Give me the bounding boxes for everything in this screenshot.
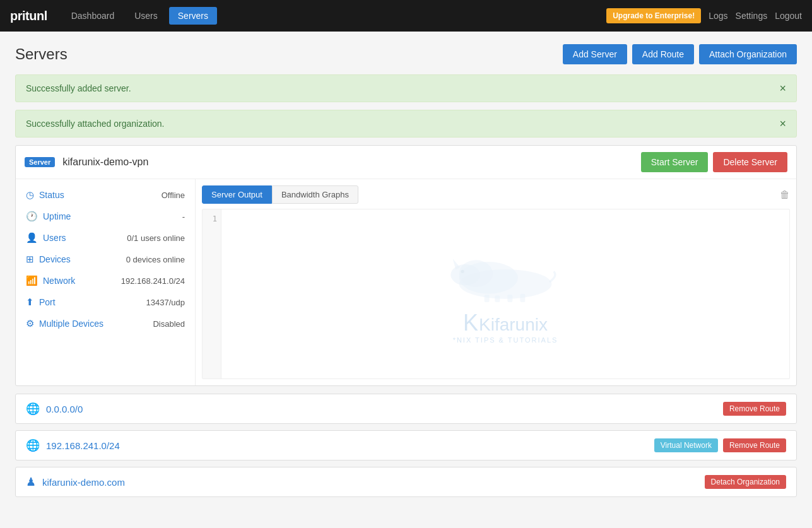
- svg-point-5: [461, 270, 464, 273]
- multiple-devices-label-text: Multiple Devices: [39, 319, 103, 329]
- route-actions-0: Remove Route: [723, 402, 786, 416]
- status-label: ◷ Status: [26, 189, 64, 201]
- alert-org-attached: Successfully attached organization. ×: [15, 110, 797, 138]
- svg-rect-8: [507, 295, 512, 302]
- server-header: Server kifarunix-demo-vpn Start Server D…: [16, 146, 796, 179]
- remove-route-button-1[interactable]: Remove Route: [723, 438, 786, 452]
- detach-org-button[interactable]: Detach Organization: [705, 475, 786, 489]
- uptime-value: -: [182, 212, 185, 221]
- org-actions: Detach Organization: [705, 475, 786, 489]
- logs-link[interactable]: Logs: [709, 11, 727, 21]
- sidebar-row-devices: ⊞ Devices 0 devices online: [16, 249, 195, 270]
- upgrade-button[interactable]: Upgrade to Enterprise!: [606, 8, 701, 23]
- header-actions: Add Server Add Route Attach Organization: [563, 44, 797, 64]
- alert-server-added-text: Successfully added server.: [26, 83, 131, 93]
- settings-link[interactable]: Settings: [736, 11, 768, 21]
- route-network-1: 🌐 192.168.241.0/24: [26, 438, 120, 452]
- virtual-network-button[interactable]: Virtual Network: [654, 438, 718, 452]
- uptime-label: 🕐 Uptime: [26, 211, 71, 222]
- multiple-devices-icon: ⚙: [26, 318, 34, 329]
- multiple-devices-label: ⚙ Multiple Devices: [26, 318, 103, 329]
- navbar: pritunl Dashboard Users Servers Upgrade …: [0, 0, 812, 32]
- delete-server-button[interactable]: Delete Server: [713, 152, 787, 172]
- port-icon: ⬆: [26, 296, 34, 308]
- sidebar-row-status: ◷ Status Offline: [16, 184, 195, 206]
- route-row-0: 🌐 0.0.0.0/0 Remove Route: [15, 394, 797, 424]
- navbar-right: Upgrade to Enterprise! Logs Settings Log…: [606, 8, 802, 23]
- nav-servers[interactable]: Servers: [169, 7, 217, 25]
- add-route-button[interactable]: Add Route: [632, 44, 694, 64]
- users-label-text: Users: [43, 233, 66, 243]
- nav-users[interactable]: Users: [126, 7, 167, 25]
- route-network-text-1: 192.168.241.0/24: [46, 440, 120, 451]
- server-header-actions: Start Server Delete Server: [641, 152, 787, 172]
- devices-label-text: Devices: [39, 254, 71, 264]
- watermark: K Kifarunix *NIX TIPS & TUTORIALS: [442, 244, 568, 344]
- svg-point-3: [450, 264, 480, 285]
- uptime-icon: 🕐: [26, 211, 38, 222]
- org-label: ♟ kifarunix-demo.com: [26, 475, 125, 489]
- multiple-devices-value: Disabled: [153, 319, 185, 329]
- alert-server-added: Successfully added server. ×: [15, 74, 797, 102]
- network-label: 📶 Network: [26, 275, 75, 286]
- port-label: ⬆ Port: [26, 296, 56, 308]
- line-number-1: 1: [206, 214, 217, 223]
- alert-org-close[interactable]: ×: [779, 118, 786, 129]
- status-value: Offline: [162, 191, 185, 200]
- tabs-container: Server Output Bandwidth Graphs 🗑: [202, 185, 790, 204]
- uptime-label-text: Uptime: [43, 211, 71, 221]
- route-network-0: 🌐 0.0.0.0/0: [26, 402, 83, 416]
- svg-rect-7: [495, 295, 500, 302]
- server-badge: Server: [25, 157, 55, 167]
- nav-dashboard[interactable]: Dashboard: [62, 7, 124, 25]
- delete-output-icon[interactable]: 🗑: [780, 189, 790, 201]
- users-icon: 👤: [26, 232, 38, 243]
- line-numbers: 1: [203, 209, 221, 378]
- port-value: 13437/udp: [146, 298, 185, 307]
- svg-rect-9: [520, 294, 525, 302]
- globe-icon-1: 🌐: [26, 438, 40, 452]
- page-title: Servers: [15, 45, 68, 63]
- watermark-brand-main: Kifarunix: [479, 315, 548, 335]
- server-panel: Server kifarunix-demo-vpn Start Server D…: [15, 145, 797, 386]
- tab-list: Server Output Bandwidth Graphs: [202, 185, 358, 204]
- users-value: 0/1 users online: [127, 233, 185, 243]
- logout-link[interactable]: Logout: [775, 11, 802, 21]
- port-label-text: Port: [39, 297, 56, 307]
- devices-value: 0 devices online: [126, 255, 185, 264]
- page-header: Servers Add Server Add Route Attach Orga…: [15, 44, 797, 64]
- server-sidebar: ◷ Status Offline 🕐 Uptime - 👤 Users: [16, 179, 196, 385]
- devices-label: ⊞ Devices: [26, 254, 71, 265]
- status-label-text: Status: [39, 190, 64, 200]
- org-name: kifarunix-demo.com: [42, 477, 125, 488]
- main-content: Servers Add Server Add Route Attach Orga…: [0, 32, 812, 516]
- server-content: Server Output Bandwidth Graphs 🗑 1: [196, 179, 796, 385]
- sidebar-row-multiple-devices: ⚙ Multiple Devices Disabled: [16, 313, 195, 334]
- network-icon: 📶: [26, 275, 38, 286]
- route-actions-1: Virtual Network Remove Route: [654, 438, 786, 452]
- tab-bandwidth-graphs[interactable]: Bandwidth Graphs: [272, 185, 358, 204]
- add-server-button[interactable]: Add Server: [563, 44, 627, 64]
- alert-org-attached-text: Successfully attached organization.: [26, 119, 164, 129]
- route-row-1: 🌐 192.168.241.0/24 Virtual Network Remov…: [15, 430, 797, 461]
- svg-marker-4: [453, 259, 460, 269]
- watermark-brand-k: K: [463, 310, 478, 336]
- network-label-text: Network: [43, 276, 75, 286]
- rhino-svg: [442, 244, 568, 307]
- nav-links: Dashboard Users Servers: [62, 7, 606, 25]
- remove-route-button-0[interactable]: Remove Route: [723, 402, 786, 416]
- output-content: K Kifarunix *NIX TIPS & TUTORIALS: [221, 209, 789, 378]
- brand-logo: pritunl: [10, 9, 47, 23]
- devices-icon: ⊞: [26, 254, 34, 265]
- brand-text: pritunl: [10, 9, 47, 23]
- output-area: 1: [202, 209, 790, 379]
- watermark-text-container: K Kifarunix: [463, 310, 548, 336]
- start-server-button[interactable]: Start Server: [641, 152, 709, 172]
- tab-server-output[interactable]: Server Output: [202, 185, 272, 204]
- attach-org-button[interactable]: Attach Organization: [699, 44, 797, 64]
- sidebar-row-network: 📶 Network 192.168.241.0/24: [16, 270, 195, 291]
- status-icon: ◷: [26, 189, 34, 201]
- alert-server-close[interactable]: ×: [779, 83, 786, 94]
- watermark-brand-sub: *NIX TIPS & TUTORIALS: [453, 336, 558, 344]
- svg-rect-6: [485, 295, 490, 302]
